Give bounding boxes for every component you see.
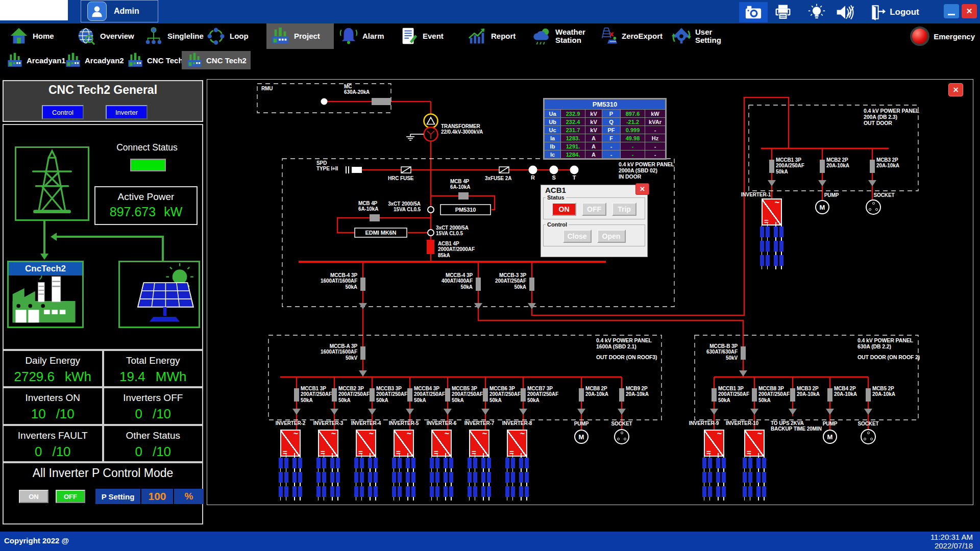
nav-overview[interactable]: Overview xyxy=(72,23,138,49)
breaker[interactable] xyxy=(827,388,832,402)
pv-string xyxy=(487,458,491,504)
acb1-control-open[interactable]: Open xyxy=(597,230,626,243)
inverter-button[interactable]: Inverter xyxy=(106,105,148,119)
inverter-icon-inv2[interactable]: ~= xyxy=(280,430,301,457)
breaker[interactable] xyxy=(445,388,450,402)
breaker[interactable] xyxy=(820,160,825,173)
pm5310-cell-r4c4: - xyxy=(621,142,645,151)
breaker[interactable] xyxy=(360,278,365,291)
acb1-status-on[interactable]: ON xyxy=(552,203,576,216)
inverter-icon-inv4[interactable]: ~= xyxy=(356,430,376,457)
nav-alarm[interactable]: Alarm xyxy=(335,23,388,49)
nav-event[interactable]: Event xyxy=(395,23,448,49)
nav-project[interactable]: Project xyxy=(266,23,334,49)
all-inverter-on-button[interactable]: ON xyxy=(19,490,48,503)
pm5310-cell-r4c3: - xyxy=(602,142,621,151)
logout-button[interactable]: Logout xyxy=(864,2,925,22)
diagram-label-mccb8_3p: MCCB8 3P 200AT/250AF 50kA xyxy=(758,386,790,403)
diagram-close-button[interactable]: ✕ xyxy=(948,83,963,96)
diagram-label-mccb4_400: MCCB-4 3P 400AT/400AF 50kA xyxy=(430,272,473,290)
all-inverter-off-button[interactable]: OFF xyxy=(56,490,85,503)
nav-user-setting[interactable]: User Setting xyxy=(668,23,725,49)
acb1-breaker[interactable] xyxy=(427,240,434,254)
main-navbar: Home Overview Singleline Loop Project Al… xyxy=(0,23,980,49)
pv-string xyxy=(779,227,783,272)
p-setting-button[interactable]: P Setting xyxy=(95,489,140,504)
ac-symbol: ~ xyxy=(445,429,449,438)
breaker[interactable] xyxy=(370,214,380,221)
stat-label: Other Status xyxy=(104,430,203,441)
screenshot-camera-button[interactable] xyxy=(739,2,768,22)
admin-user-tab[interactable]: Admin xyxy=(81,0,158,22)
acb1-status-off[interactable]: OFF xyxy=(582,203,606,216)
breaker[interactable] xyxy=(752,388,757,402)
light-bulb-button[interactable] xyxy=(805,2,828,22)
pm5310-cell-r1c5: kVAr xyxy=(645,118,666,126)
feed-arrow-icon xyxy=(739,370,747,377)
nav-home[interactable]: Home xyxy=(5,23,58,49)
feed-arrow-icon xyxy=(750,409,758,415)
emergency-label: Emergency xyxy=(934,32,975,41)
breaker[interactable] xyxy=(370,388,375,402)
pv-string xyxy=(511,458,515,504)
inverter-unit-inv2: ~= xyxy=(280,430,301,504)
p-setting-value[interactable]: 100 xyxy=(141,489,173,504)
inverter-unit-inv7: ~= xyxy=(469,430,489,504)
minimize-button[interactable] xyxy=(944,4,959,18)
nav-loop[interactable]: Loop xyxy=(202,23,253,49)
nav-report[interactable]: Report xyxy=(463,23,520,49)
socket-icon xyxy=(861,429,876,444)
breaker[interactable] xyxy=(579,388,584,402)
inverter-icon-inv3[interactable]: ~= xyxy=(318,430,338,457)
breaker[interactable] xyxy=(769,160,774,173)
inverter-unit-inv10: ~= xyxy=(744,430,765,504)
breaker[interactable] xyxy=(870,160,875,173)
breaker[interactable] xyxy=(458,192,469,199)
inverter-icon-inv1[interactable]: ~= xyxy=(762,198,782,226)
subnav-cnc-tech1[interactable]: CNC Tech1 xyxy=(122,51,191,69)
print-button[interactable] xyxy=(772,2,794,22)
acb1-status-trip[interactable]: Trip xyxy=(612,203,636,216)
nav-weather-station[interactable]: Weather Station xyxy=(528,23,590,49)
breaker[interactable] xyxy=(866,388,871,402)
breaker[interactable] xyxy=(294,388,299,402)
breaker[interactable] xyxy=(407,388,412,402)
inverter-icon-inv6[interactable]: ~= xyxy=(431,430,452,457)
inverter-icon-inv7[interactable]: ~= xyxy=(469,430,489,457)
diagram-label-mccb1: MCCB1 3P 200AT/250AF 50kA xyxy=(718,386,749,403)
sound-speaker-button[interactable] xyxy=(833,2,857,22)
breaker[interactable] xyxy=(790,388,795,402)
nav-zeroexport[interactable]: ZeroExport xyxy=(594,23,667,49)
inverter-icon-inv5[interactable]: ~= xyxy=(394,430,414,457)
inverter-icon-inv9[interactable]: ~= xyxy=(704,430,724,457)
breaker[interactable] xyxy=(483,388,488,402)
breaker[interactable] xyxy=(619,388,624,402)
pv-string xyxy=(519,458,523,504)
diagram-label-inv10: INVERTER-10 xyxy=(726,420,758,426)
breaker[interactable] xyxy=(332,388,337,402)
subnav-arcadyan1[interactable]: Arcadyan1 xyxy=(2,51,70,69)
breaker[interactable] xyxy=(741,346,746,360)
breaker[interactable] xyxy=(529,278,534,291)
inverter-icon-inv10[interactable]: ~= xyxy=(744,430,765,457)
close-window-button[interactable]: ✕ xyxy=(962,4,977,18)
connect-status-indicator xyxy=(130,159,166,171)
breaker[interactable] xyxy=(712,388,717,402)
subnav-arcadyan2[interactable]: Arcadyan2 xyxy=(60,51,128,69)
pv-strings xyxy=(318,458,338,504)
inverter-icon-inv8[interactable]: ~= xyxy=(507,430,527,457)
breaker[interactable] xyxy=(360,346,365,360)
nav-singleline[interactable]: Singleline xyxy=(140,23,208,49)
control-button[interactable]: Control xyxy=(42,105,84,119)
acb1-popup-close-icon[interactable]: ✕ xyxy=(635,183,649,195)
dc-symbol: = xyxy=(509,448,514,457)
emergency-button[interactable]: Emergency xyxy=(910,23,975,49)
breaker[interactable] xyxy=(521,388,526,402)
pm5310-cell-r5c0: Ic xyxy=(545,151,561,159)
acb1-control-close[interactable]: Close xyxy=(563,230,592,243)
nav-project-label: Project xyxy=(294,32,320,40)
subnav-cnc-tech2[interactable]: CNC Tech2 xyxy=(182,51,251,69)
breaker[interactable] xyxy=(372,98,391,105)
breaker[interactable] xyxy=(476,278,481,291)
pv-string xyxy=(708,458,712,504)
